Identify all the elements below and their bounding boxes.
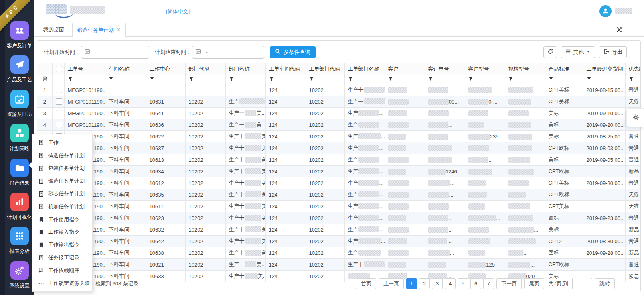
page-button-2[interactable]: 2 [419,278,430,289]
page-button-7[interactable]: 7 [483,278,494,289]
table-cell: H00-C0L- [505,119,545,131]
redacted-text: S000007 [388,192,409,198]
menu-item-2[interactable]: 铸造任务单计划 [32,149,92,162]
jump-button[interactable]: 跳转 [595,278,615,289]
menu-item-10[interactable]: 任务报工记录 [32,251,92,264]
redacted-text: T000009 [388,250,409,256]
menu-item-12[interactable]: 工作锁定资源关联 [32,277,92,290]
redacted-text: 0100000 [468,157,489,163]
menu-item-4[interactable]: 锻造任务单计划 [32,175,92,187]
menu-item-label: 工作 [48,139,59,146]
row-checkbox[interactable] [56,122,62,128]
filter-funnel-icon[interactable] [549,77,553,83]
fullscreen-toggle-icon[interactable] [616,26,622,34]
sidebar-item-4[interactable]: 计划策略 [5,124,34,152]
table-cell: 10202 [306,247,344,259]
table-cell: MFGP0101190... [64,96,105,108]
table-cell: 10202 [185,154,225,166]
menu-item-5[interactable]: 砂芯任务单计划 [32,187,92,200]
redacted-text: 100-0WC02 [508,238,536,244]
sidebar-item-2[interactable]: 产品及工艺 [5,55,34,83]
table-cell: 10202 [306,189,344,201]
menu-item-8[interactable]: 工作输入指令 [32,226,92,239]
table-cell: 生产十一部 目美.. [225,142,265,154]
tab-2[interactable]: 锻造任务单计划× [72,23,126,37]
table-cell: 10202 [306,259,344,271]
filter-funnel-icon[interactable] [468,77,473,83]
table-cell: S00001 [385,259,425,271]
select-all-header[interactable] [52,63,64,75]
filter-funnel-icon[interactable] [428,77,433,83]
redacted-text: C000007 [388,180,409,186]
table-cell: 美标 [545,108,583,119]
end-date-input[interactable] [204,49,261,55]
table-cell: 生产十一部工连... [225,96,265,108]
filter-funnel-icon[interactable] [508,77,513,83]
menu-item-7[interactable]: 工作使用指令 [32,213,92,226]
company-name-redacted [70,6,105,14]
filter-funnel-icon[interactable] [189,77,194,83]
sidebar-item-7[interactable]: 报表分析 [5,227,34,255]
row-checkbox[interactable] [56,110,62,116]
table-cell: 124 [265,201,306,212]
page-button-4[interactable]: 4 [445,278,456,289]
sidebar-item-3[interactable]: 资源及日历 [5,90,34,118]
page-button-6[interactable]: 6 [470,278,481,289]
filter-funnel-icon[interactable] [587,77,591,83]
filter-funnel-icon[interactable] [348,77,353,83]
table-cell: 美标 [545,224,583,236]
next-page-button[interactable]: 下一页 [496,278,522,289]
page-button-1[interactable]: 1 [406,278,417,289]
table-cell: 480000 [425,259,465,271]
menu-item-9[interactable]: 工作输出指令 [32,238,92,251]
table-cell: BK20/S00 [465,84,505,96]
filter-funnel-icon[interactable] [388,77,393,83]
multi-condition-search-button[interactable]: 多条件查询 [270,46,316,58]
language-link[interactable]: [简体中文] [166,8,190,15]
table-cell: 生产十一部 目美.. [225,166,265,177]
table-row: 10MFGP0101190...下料车间1063510202生产十一部 模美..… [37,189,641,201]
column-settings-panel[interactable] [626,108,644,127]
table-cell: 10202 [185,108,225,119]
jump-page-input[interactable] [572,278,592,289]
refresh-button[interactable] [543,46,557,58]
sidebar-item-6[interactable]: 计划可视化 [5,193,34,221]
menu-item-1[interactable]: 工作 [32,136,92,149]
first-page-button[interactable]: 首页 [356,278,376,289]
trash-icon[interactable] [42,76,48,83]
table-cell: 生产十一部 模美.. [225,247,265,259]
other-dropdown-button[interactable]: 其他 [561,46,595,58]
table-cell: 普通 [625,177,641,189]
menu-item-3[interactable]: 包装任务单计划 [32,162,92,175]
filter-funnel-icon[interactable] [150,77,154,83]
page-button-5[interactable]: 5 [458,278,468,289]
task-order-table: 工单号车间名称工作中心部门代码部门名称工单车间代码工单部门代码工单部门名称客户客… [37,63,641,282]
sidebar-item-5[interactable]: 排产结果 [5,159,34,187]
refresh-icon [547,49,553,56]
select-all-checkbox[interactable] [56,66,62,72]
last-page-button[interactable]: 尾页 [524,278,544,289]
sidebar: APS 客户及订单产品及工艺资源及日历计划策略排产结果计划可视化报表分析系统设置 [0,0,34,295]
user-avatar[interactable] [599,5,612,17]
sidebar-item-8[interactable]: 系统设置 [5,261,34,289]
filter-funnel-icon[interactable] [109,77,113,83]
tab-1[interactable]: 我的桌面 [43,23,64,36]
sidebar-item-1[interactable]: 客户及订单 [5,21,34,49]
menu-item-6[interactable]: 机加任务单计划 [32,200,92,213]
page-button-3[interactable]: 3 [432,278,443,289]
redacted-text: 一部模美 [364,261,385,267]
close-tab-icon[interactable]: × [117,26,120,33]
table-cell: P034-0102... [505,224,545,236]
row-checkbox[interactable] [56,87,62,93]
export-button[interactable]: 导出 [599,46,627,58]
filter-funnel-icon[interactable] [229,77,234,83]
filter-funnel-icon[interactable] [629,77,634,83]
menu-item-11[interactable]: 工作依赖顺序 [32,264,92,277]
row-checkbox[interactable] [56,98,62,105]
table-cell: 生产十一部 目美.. [225,154,265,166]
filter-funnel-icon[interactable] [309,77,314,83]
start-date-input[interactable] [93,49,146,55]
filter-funnel-icon[interactable] [269,77,274,83]
prev-page-button[interactable]: 上一页 [379,278,404,289]
filter-funnel-icon[interactable] [68,77,73,83]
